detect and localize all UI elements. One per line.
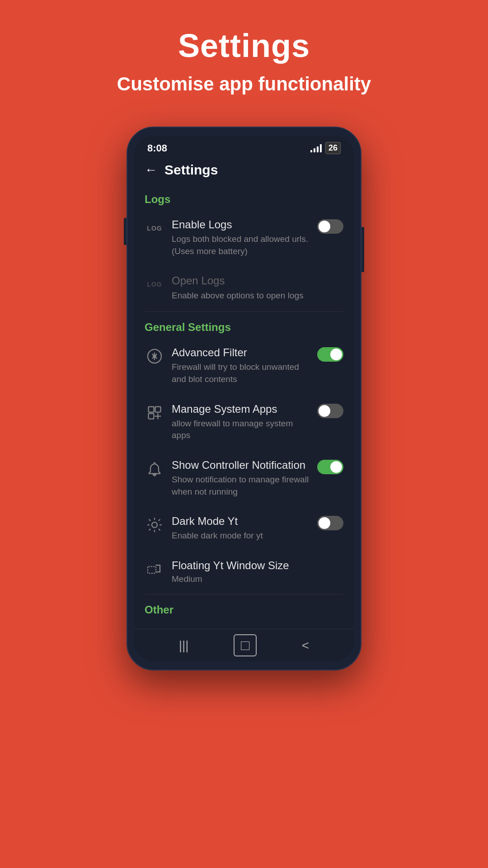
manage-system-apps-control[interactable] bbox=[317, 402, 343, 418]
dark-mode-yt-desc: Enable dark mode for yt bbox=[172, 530, 310, 542]
status-time: 8:08 bbox=[147, 142, 167, 154]
toggle-thumb bbox=[319, 221, 330, 232]
divider-2 bbox=[145, 594, 343, 594]
toggle-thumb bbox=[330, 349, 342, 360]
setting-item-advanced-filter: Advanced Filter Firewall will try to blo… bbox=[134, 337, 354, 393]
controller-notification-text: Show Controller Notification Show notifi… bbox=[172, 458, 310, 498]
advanced-filter-desc: Firewall will try to block unwanted and … bbox=[172, 361, 310, 385]
controller-notification-desc: Show notification to manage firewall whe… bbox=[172, 474, 310, 498]
advanced-filter-title: Advanced Filter bbox=[172, 345, 310, 359]
open-logs-title: Open Logs bbox=[172, 274, 343, 288]
setting-item-controller-notification: Show Controller Notification Show notifi… bbox=[134, 450, 354, 506]
controller-notification-toggle[interactable] bbox=[317, 460, 343, 474]
hand-icon bbox=[145, 346, 164, 366]
enable-logs-toggle[interactable] bbox=[317, 219, 343, 234]
svg-point-5 bbox=[152, 522, 157, 528]
floating-window-value: Medium bbox=[172, 574, 343, 584]
enable-logs-text: Enable Logs Logs both blocked and allowe… bbox=[172, 217, 310, 257]
app-bar: ← Settings bbox=[134, 158, 354, 186]
toggle-thumb bbox=[319, 517, 330, 529]
section-header-logs: Logs bbox=[134, 186, 354, 209]
manage-system-apps-text: Manage System Apps allow firewall to man… bbox=[172, 402, 310, 442]
bottom-nav: ||| □ < bbox=[134, 629, 354, 661]
section-header-other: Other bbox=[134, 596, 354, 620]
apps-icon bbox=[145, 403, 164, 423]
svg-point-1 bbox=[153, 354, 156, 358]
controller-notification-control[interactable] bbox=[317, 458, 343, 474]
bell-icon bbox=[145, 459, 164, 479]
setting-item-manage-system-apps: Manage System Apps allow firewall to man… bbox=[134, 394, 354, 450]
app-bar-title: Settings bbox=[164, 162, 218, 178]
dark-mode-yt-toggle[interactable] bbox=[317, 516, 343, 530]
window-size-icon bbox=[145, 559, 164, 579]
status-bar: 8:08 26 bbox=[134, 136, 354, 158]
svg-rect-2 bbox=[149, 406, 154, 412]
page-title: Settings bbox=[178, 27, 310, 64]
manage-system-apps-desc: allow firewall to manage system apps bbox=[172, 418, 310, 442]
brightness-icon bbox=[145, 515, 164, 535]
status-icons: 26 bbox=[310, 142, 341, 154]
open-logs-text: Open Logs Enable above options to open l… bbox=[172, 274, 343, 302]
toggle-thumb bbox=[330, 461, 342, 473]
setting-item-enable-logs: LOG Enable Logs Logs both blocked and al… bbox=[134, 209, 354, 265]
toggle-thumb bbox=[319, 405, 330, 417]
setting-item-dark-mode-yt: Dark Mode Yt Enable dark mode for yt bbox=[134, 506, 354, 550]
phone-shell: 8:08 26 ← Settings Logs bbox=[127, 127, 361, 670]
enable-logs-title: Enable Logs bbox=[172, 217, 310, 231]
svg-rect-4 bbox=[149, 413, 154, 419]
recent-apps-button[interactable]: ||| bbox=[170, 635, 198, 656]
setting-item-open-logs: LOG Open Logs Enable above options to op… bbox=[134, 265, 354, 310]
log-icon: LOG bbox=[145, 218, 164, 238]
page-subtitle: Customise app functionality bbox=[117, 73, 371, 95]
battery-icon: 26 bbox=[325, 142, 341, 154]
setting-item-floating-window[interactable]: Floating Yt Window Size Medium bbox=[134, 550, 354, 592]
enable-logs-desc: Logs both blocked and allowed urls. (Use… bbox=[172, 233, 310, 257]
floating-window-title: Floating Yt Window Size bbox=[172, 558, 343, 572]
floating-window-text: Floating Yt Window Size Medium bbox=[172, 558, 343, 584]
advanced-filter-toggle[interactable] bbox=[317, 347, 343, 362]
svg-rect-3 bbox=[155, 406, 161, 412]
dark-mode-yt-control[interactable] bbox=[317, 514, 343, 530]
content-area: Logs LOG Enable Logs Logs both blocked a… bbox=[134, 186, 354, 629]
advanced-filter-text: Advanced Filter Firewall will try to blo… bbox=[172, 345, 310, 385]
back-nav-button[interactable]: < bbox=[293, 635, 318, 656]
open-log-icon: LOG bbox=[145, 274, 164, 294]
open-logs-desc: Enable above options to open logs bbox=[172, 290, 343, 302]
manage-system-apps-title: Manage System Apps bbox=[172, 402, 310, 416]
enable-logs-control[interactable] bbox=[317, 217, 343, 234]
manage-system-apps-toggle[interactable] bbox=[317, 404, 343, 418]
advanced-filter-control[interactable] bbox=[317, 345, 343, 362]
svg-rect-6 bbox=[148, 566, 156, 573]
controller-notification-title: Show Controller Notification bbox=[172, 458, 310, 472]
signal-icon bbox=[310, 144, 322, 152]
back-button[interactable]: ← bbox=[145, 163, 157, 177]
dark-mode-yt-text: Dark Mode Yt Enable dark mode for yt bbox=[172, 514, 310, 542]
section-header-general: General Settings bbox=[134, 314, 354, 337]
phone-screen: 8:08 26 ← Settings Logs bbox=[134, 136, 354, 661]
home-button[interactable]: □ bbox=[234, 634, 257, 656]
divider-1 bbox=[145, 311, 343, 312]
dark-mode-yt-title: Dark Mode Yt bbox=[172, 514, 310, 528]
